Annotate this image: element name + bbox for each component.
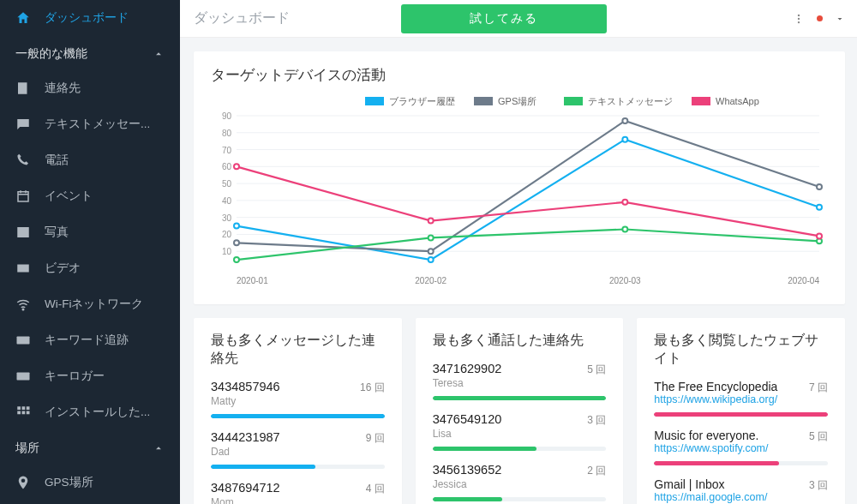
chevron-up-icon [153, 442, 165, 454]
sidebar-item-label: キーロガー [45, 369, 105, 384]
list-item[interactable]: 3456139652 Jessica 2 回 [433, 463, 607, 501]
list-item-main: 3444231987 [211, 430, 280, 444]
sidebar-item-gps[interactable]: GPS場所 [0, 465, 180, 501]
svg-point-51 [234, 257, 239, 262]
video-icon [15, 261, 31, 276]
sidebar-item-videos[interactable]: ビデオ [0, 250, 180, 286]
contacts-icon [15, 81, 31, 96]
svg-text:テキストメッセージ: テキストメッセージ [588, 96, 673, 106]
list-item[interactable]: The Free Encyclopedia https://www.wikipe… [654, 380, 828, 417]
list-item-count: 9 回 [366, 431, 385, 446]
sidebar-item-contacts[interactable]: 連絡先 [0, 70, 180, 106]
chart-title: ターゲットデバイスの活動 [211, 65, 828, 85]
progress-track [211, 414, 385, 418]
sidebar-item-events[interactable]: イベント [0, 178, 180, 214]
list-item-count: 4 回 [366, 482, 385, 496]
list-item-count: 3 回 [587, 413, 606, 428]
svg-text:40: 40 [222, 196, 232, 206]
status-dot [817, 15, 823, 21]
progress-fill [211, 465, 315, 469]
list-item[interactable]: Music for everyone. https://www.spotify.… [654, 429, 828, 465]
sidebar-item-keylogger[interactable]: キーロガー [0, 358, 180, 394]
topbar-actions [793, 13, 845, 25]
svg-rect-2 [17, 373, 30, 381]
svg-point-58 [817, 233, 822, 238]
sidebar-item-calls[interactable]: 電話 [0, 142, 180, 178]
list-item-count: 3 回 [809, 478, 828, 493]
list-item-count: 16 回 [360, 381, 385, 395]
image-icon [15, 225, 31, 240]
sidebar-item-geofence[interactable]: ジオフェンシング [0, 501, 180, 504]
svg-rect-3 [17, 406, 21, 410]
svg-point-55 [234, 164, 239, 169]
svg-point-47 [234, 240, 239, 245]
progress-fill [654, 461, 779, 465]
sidebar-item-label: インストールした... [45, 405, 150, 420]
list-item-main: Gmail | Inbox [654, 477, 767, 491]
list-item-sub: Mom [211, 496, 280, 504]
top-calls-card: 最も多く通話した連絡先 3471629902 Teresa 5 回 347654… [416, 318, 624, 504]
progress-fill [654, 412, 828, 417]
card-title: 最も多く通話した連絡先 [433, 332, 607, 350]
pin-icon [15, 475, 31, 490]
svg-text:2020-01: 2020-01 [237, 276, 268, 285]
svg-rect-17 [564, 97, 583, 105]
list-item[interactable]: 3476549120 Lisa 3 回 [433, 412, 607, 451]
sidebar-item-apps[interactable]: インストールした... [0, 394, 180, 430]
list-item-count: 2 回 [587, 464, 606, 478]
svg-text:2020-04: 2020-04 [788, 276, 819, 285]
list-item-sub: https://www.spotify.com/ [654, 442, 768, 454]
svg-point-0 [22, 309, 24, 310]
main-area: ダッシュボード 試してみる ターゲットデバイスの活動 ブラウザー履歴GPS場所テ… [180, 0, 857, 504]
list-item-sub: Teresa [433, 377, 502, 389]
sidebar: ダッシュボード 一般的な機能 連絡先 テキストメッセー... 電話 イベント 写… [0, 0, 180, 504]
keyboard-icon [15, 369, 31, 384]
list-item[interactable]: 3434857946 Matty 16 回 [211, 380, 385, 418]
svg-text:ブラウザー履歴: ブラウザー履歴 [389, 96, 455, 106]
chevron-down-icon[interactable] [835, 14, 845, 24]
sidebar-section-general[interactable]: 一般的な機能 [0, 36, 180, 70]
sidebar-item-label: 電話 [45, 153, 69, 168]
sidebar-item-label: テキストメッセー... [45, 117, 150, 132]
progress-fill [433, 497, 502, 501]
home-icon [15, 10, 31, 26]
list-item[interactable]: 3487694712 Mom 4 回 [211, 481, 385, 504]
list-item[interactable]: 3471629902 Teresa 5 回 [433, 362, 607, 400]
sidebar-item-keywords[interactable]: キーワード追跡 [0, 322, 180, 358]
sidebar-item-messages[interactable]: テキストメッセー... [0, 106, 180, 142]
list-item-count: 5 回 [809, 429, 828, 444]
sidebar-section-location[interactable]: 場所 [0, 430, 180, 465]
sidebar-item-label: ビデオ [45, 261, 81, 276]
list-item-main: Music for everyone. [654, 429, 768, 442]
top-sites-card: 最も多く閲覧したウェブサイト The Free Encyclopedia htt… [637, 318, 845, 504]
svg-text:80: 80 [222, 129, 232, 138]
list-item-main: 3456139652 [433, 463, 502, 477]
svg-text:10: 10 [222, 247, 232, 256]
sidebar-item-label: GPS場所 [45, 475, 93, 490]
card-title: 最も多く閲覧したウェブサイト [654, 332, 828, 368]
sidebar-item-photos[interactable]: 写真 [0, 214, 180, 250]
list-item-main: 3471629902 [433, 362, 502, 375]
svg-rect-6 [17, 411, 21, 415]
topbar: ダッシュボード 試してみる [180, 0, 857, 38]
svg-point-53 [622, 227, 627, 232]
progress-fill [433, 396, 607, 400]
sidebar-item-label: ダッシュボード [45, 10, 129, 26]
try-button[interactable]: 試してみる [401, 4, 607, 33]
content: ターゲットデバイスの活動 ブラウザー履歴GPS場所テキストメッセージWhatsA… [180, 38, 857, 504]
svg-rect-15 [474, 97, 493, 105]
sidebar-item-label: Wi-Fiネットワーク [45, 297, 143, 312]
sidebar-item-wifi[interactable]: Wi-Fiネットワーク [0, 286, 180, 322]
list-item-count: 5 回 [587, 363, 606, 377]
list-item-sub: https://mail.google.com/ [654, 491, 767, 503]
sidebar-item-label: キーワード追跡 [45, 333, 129, 348]
activity-chart: ブラウザー履歴GPS場所テキストメッセージWhatsApp10203040506… [211, 92, 828, 289]
phone-icon [15, 153, 31, 168]
svg-point-46 [817, 205, 822, 210]
list-item[interactable]: 3444231987 Dad 9 回 [211, 430, 385, 469]
progress-track [433, 396, 607, 400]
list-item[interactable]: Gmail | Inbox https://mail.google.com/ 3… [654, 477, 828, 504]
sidebar-item-dashboard[interactable]: ダッシュボード [0, 0, 180, 36]
more-icon[interactable] [793, 13, 805, 25]
sidebar-item-label: 連絡先 [45, 81, 81, 96]
